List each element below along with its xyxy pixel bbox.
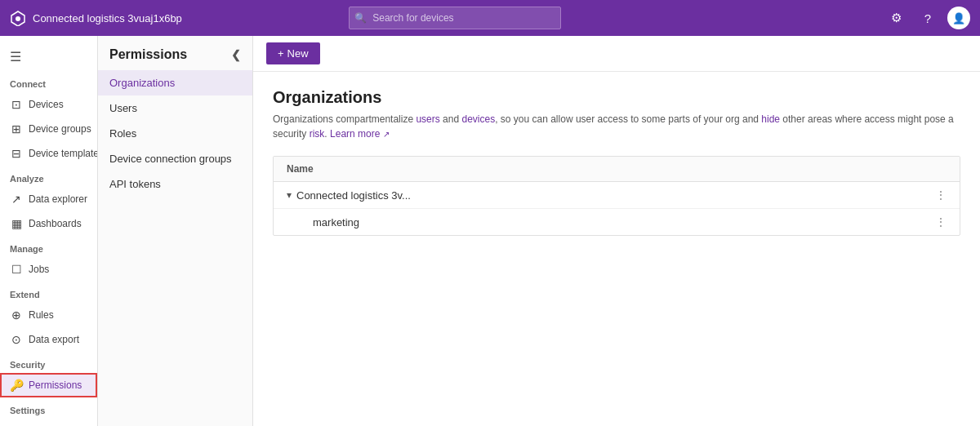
mid-nav-roles[interactable]: Roles (98, 121, 252, 146)
device-templates-icon: ⊟ (10, 147, 23, 160)
new-button[interactable]: + New (266, 42, 320, 64)
sidebar-item-devices[interactable]: ⊡ Devices (0, 92, 97, 117)
sidebar-item-data-export[interactable]: ⊙ Data export (0, 327, 97, 352)
mid-panel-header: Permissions ❮ (98, 36, 252, 70)
avatar[interactable]: 👤 (947, 7, 970, 29)
nav-section-settings: Settings (0, 397, 97, 419)
risk-link[interactable]: risk (310, 128, 325, 140)
sidebar-item-application[interactable]: ⊡ Application (0, 419, 97, 426)
help-button[interactable]: ? (916, 7, 939, 29)
main-layout: ☰ Connect ⊡ Devices ⊞ Device groups ⊟ De… (0, 36, 980, 426)
org-name: Connected logistics 3v... (296, 189, 935, 202)
jobs-icon: ☐ (10, 263, 23, 276)
sidebar-item-label: Rules (29, 309, 54, 321)
users-link[interactable]: users (416, 113, 439, 125)
nav-section-connect: Connect (0, 71, 97, 92)
content-toolbar: + New (253, 36, 980, 72)
mid-nav-device-connection-groups[interactable]: Device connection groups (98, 146, 252, 171)
sidebar-item-label: Permissions (29, 379, 82, 391)
content-body: Organizations Organizations compartmenta… (253, 72, 980, 252)
data-export-icon: ⊙ (10, 333, 23, 346)
app-logo: Connected logistics 3vuaj1x6bp (10, 10, 182, 26)
organizations-table: Name ▾ Connected logistics 3v... ⋮ marke… (273, 156, 960, 236)
nav-section-extend: Extend (0, 282, 97, 303)
collapse-icon[interactable]: ❮ (231, 48, 241, 61)
data-explorer-icon: ↗ (10, 193, 23, 206)
sidebar-item-dashboards[interactable]: ▦ Dashboards (0, 211, 97, 236)
hamburger-button[interactable]: ☰ (0, 42, 97, 71)
devices-icon: ⊡ (10, 98, 23, 111)
left-nav: ☰ Connect ⊡ Devices ⊞ Device groups ⊟ De… (0, 36, 98, 426)
sidebar-item-label: Device templates (29, 148, 98, 159)
table-row[interactable]: marketing ⋮ (274, 209, 960, 235)
dashboards-icon: ▦ (10, 217, 23, 230)
app-name: Connected logistics 3vuaj1x6bp (33, 12, 182, 24)
mid-panel-title: Permissions (109, 47, 187, 62)
permissions-icon: 🔑 (10, 379, 23, 392)
sidebar-item-jobs[interactable]: ☐ Jobs (0, 257, 97, 282)
page-description: Organizations compartmentalize users and… (273, 112, 960, 141)
search-icon: 🔍 (354, 12, 367, 24)
new-button-icon: + (278, 47, 284, 60)
devices-link[interactable]: devices (461, 113, 495, 125)
table-header-name: Name (274, 157, 960, 182)
rules-icon: ⊕ (10, 308, 23, 322)
settings-button[interactable]: ⚙ (885, 7, 908, 29)
hide-link[interactable]: hide (761, 113, 780, 125)
sidebar-item-label: Dashboards (29, 218, 82, 229)
org-name: marketing (313, 216, 935, 229)
sidebar-item-rules[interactable]: ⊕ Rules (0, 303, 97, 327)
sidebar-item-permissions[interactable]: 🔑 Permissions (0, 373, 97, 397)
sidebar-item-data-explorer[interactable]: ↗ Data explorer (0, 187, 97, 211)
more-options-icon[interactable]: ⋮ (935, 215, 947, 229)
sidebar-item-label: Jobs (29, 264, 49, 275)
topbar-actions: ⚙ ? 👤 (885, 7, 970, 29)
new-button-label: New (287, 47, 309, 60)
mid-nav-users[interactable]: Users (98, 95, 252, 121)
external-link-icon: ↗ (383, 130, 390, 139)
mid-nav-api-tokens[interactable]: API tokens (98, 171, 252, 197)
sidebar-item-label: Device groups (29, 123, 91, 135)
device-groups-icon: ⊞ (10, 122, 23, 135)
expand-icon: ▾ (287, 189, 292, 201)
mid-panel: Permissions ❮ Organizations Users Roles … (98, 36, 253, 426)
logo-icon (10, 10, 26, 26)
mid-nav-organizations[interactable]: Organizations (98, 70, 252, 95)
nav-section-security: Security (0, 352, 97, 373)
topbar: Connected logistics 3vuaj1x6bp 🔍 ⚙ ? 👤 (0, 0, 980, 36)
sidebar-item-device-groups[interactable]: ⊞ Device groups (0, 117, 97, 141)
nav-section-analyze: Analyze (0, 166, 97, 187)
search-input[interactable] (349, 7, 561, 29)
learn-more-link[interactable]: Learn more ↗ (330, 128, 390, 140)
sidebar-item-label: Devices (29, 99, 64, 110)
page-title: Organizations (273, 88, 960, 107)
search-container: 🔍 (349, 7, 561, 29)
nav-section-manage: Manage (0, 236, 97, 257)
sidebar-item-label: Data export (29, 334, 79, 345)
content-area: + New Organizations Organizations compar… (253, 36, 980, 426)
sidebar-item-device-templates[interactable]: ⊟ Device templates (0, 141, 97, 166)
svg-point-1 (16, 16, 20, 21)
table-row[interactable]: ▾ Connected logistics 3v... ⋮ (274, 182, 960, 209)
more-options-icon[interactable]: ⋮ (935, 189, 947, 202)
sidebar-item-label: Data explorer (29, 193, 87, 205)
